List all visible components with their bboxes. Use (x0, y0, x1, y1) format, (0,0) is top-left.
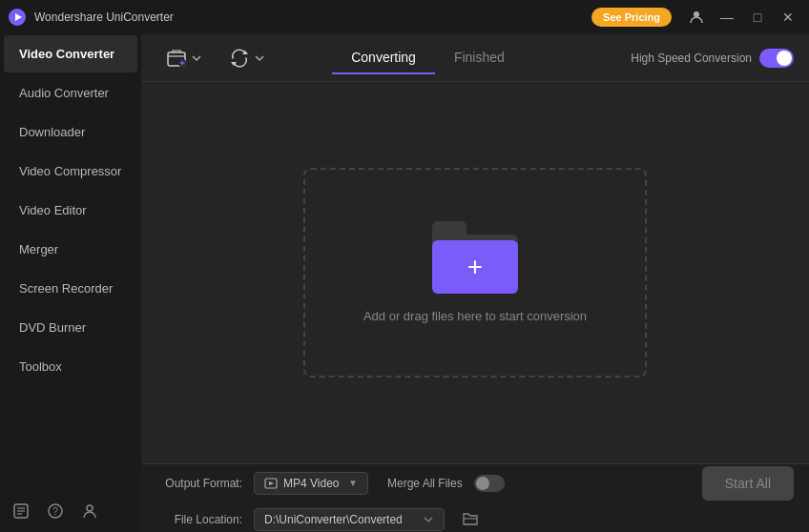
titlebar-left: Wondershare UniConverter (8, 8, 174, 27)
format-arrow-icon: ▼ (348, 478, 358, 488)
svg-text:?: ? (52, 506, 58, 517)
sidebar-item-toolbox[interactable]: Toolbox (4, 348, 137, 385)
sidebar-item-downloader[interactable]: Downloader (4, 113, 137, 151)
open-folder-icon[interactable] (462, 509, 479, 529)
sidebar-item-dvd-burner[interactable]: DVD Burner (4, 309, 137, 346)
sidebar-item-screen-recorder[interactable]: Screen Recorder (4, 270, 137, 307)
format-value: MP4 Video (283, 477, 339, 490)
sidebar: Video Converter Audio Converter Download… (0, 34, 141, 532)
file-location-select[interactable]: D:\UniConverter\Converted (254, 508, 445, 531)
format-dropdown-arrow-icon (254, 52, 265, 64)
start-all-button[interactable]: Start All (702, 466, 794, 501)
sidebar-bottom: ? (0, 490, 141, 532)
file-location-label: File Location: (156, 513, 242, 526)
see-pricing-button[interactable]: See Pricing (591, 8, 672, 27)
drop-zone-area: + Add or drag files here to start conver… (141, 82, 809, 463)
svg-point-2 (694, 11, 699, 17)
sidebar-item-audio-converter[interactable]: Audio Converter (4, 74, 137, 112)
tab-group: Converting Finished (332, 42, 524, 74)
merge-all-toggle[interactable] (474, 475, 505, 492)
app-title: Wondershare UniConverter (34, 10, 174, 24)
location-row: File Location: D:\UniConverter\Converted (156, 508, 794, 531)
video-format-icon (264, 477, 278, 490)
add-dropdown-arrow-icon (191, 52, 202, 64)
add-files-icon (166, 48, 187, 69)
sidebar-item-merger[interactable]: Merger (4, 231, 137, 268)
minimize-button[interactable]: — (714, 4, 740, 31)
folder-add-icon: + (432, 222, 518, 294)
output-format-label: Output Format: (156, 477, 242, 490)
user-icon[interactable] (683, 4, 710, 31)
help-book-icon[interactable] (8, 498, 34, 524)
user-profile-icon[interactable] (76, 498, 103, 524)
sidebar-item-video-compressor[interactable]: Video Compressor (4, 153, 137, 190)
tab-finished[interactable]: Finished (435, 42, 524, 74)
format-row: Output Format: MP4 Video ▼ Merge All Fil… (156, 466, 794, 501)
content-area: Converting Finished High Speed Conversio… (141, 34, 809, 532)
svg-point-9 (87, 505, 93, 511)
add-files-button[interactable] (156, 42, 212, 74)
main-layout: Video Converter Audio Converter Download… (0, 34, 809, 532)
close-button[interactable]: ✕ (775, 4, 801, 31)
high-speed-toggle[interactable] (759, 49, 794, 68)
output-format-select[interactable]: MP4 Video ▼ (254, 472, 368, 495)
drop-instruction: Add or drag files here to start conversi… (363, 309, 587, 323)
sidebar-item-video-editor[interactable]: Video Editor (4, 192, 137, 229)
tab-converting[interactable]: Converting (332, 42, 435, 74)
drop-zone[interactable]: + Add or drag files here to start conver… (303, 168, 647, 378)
svg-marker-17 (269, 481, 274, 485)
merge-all-label: Merge All Files (387, 477, 463, 490)
location-dropdown-arrow-icon (423, 514, 434, 525)
titlebar-right: See Pricing — □ ✕ (591, 4, 801, 31)
speed-label: High Speed Conversion (631, 51, 752, 65)
app-logo-icon (8, 8, 27, 27)
titlebar: Wondershare UniConverter See Pricing — □… (0, 0, 809, 34)
location-value: D:\UniConverter\Converted (264, 513, 403, 526)
toolbar: Converting Finished High Speed Conversio… (141, 34, 809, 82)
maximize-button[interactable]: □ (744, 4, 771, 31)
speed-toggle-group: High Speed Conversion (631, 49, 794, 68)
bottom-bar: Output Format: MP4 Video ▼ Merge All Fil… (141, 463, 809, 532)
sidebar-item-video-converter[interactable]: Video Converter (4, 35, 137, 72)
convert-icon (229, 48, 250, 69)
help-circle-icon[interactable]: ? (42, 498, 69, 524)
convert-format-button[interactable] (219, 42, 275, 74)
